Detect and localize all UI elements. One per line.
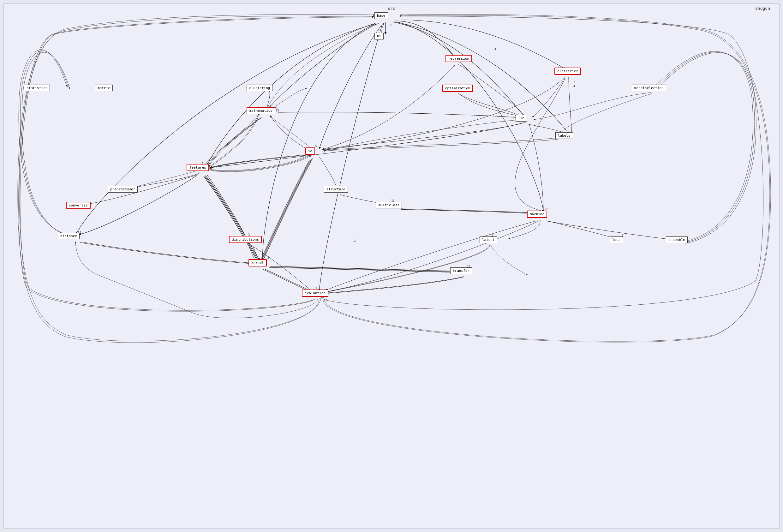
node-statistics[interactable]: statistics xyxy=(24,85,50,91)
node-modelselection[interactable]: modelselection xyxy=(632,85,666,91)
node-io[interactable]: io xyxy=(305,148,315,155)
node-multiclass[interactable]: multiclass xyxy=(376,202,402,208)
node-converter[interactable]: converter xyxy=(66,202,91,209)
svg-text:2: 2 xyxy=(390,24,392,27)
node-lib[interactable]: lib xyxy=(515,115,527,122)
node-regression[interactable]: regression xyxy=(445,55,472,62)
node-ui[interactable]: ui xyxy=(374,33,384,39)
node-classifier[interactable]: classifier xyxy=(555,68,581,75)
node-kernel[interactable]: kernel xyxy=(248,259,267,267)
node-transfer[interactable]: transfer xyxy=(450,268,472,274)
node-distance[interactable]: distance xyxy=(58,233,80,239)
node-latent[interactable]: latent xyxy=(479,237,497,243)
svg-text:6: 6 xyxy=(325,299,327,302)
svg-text:2: 2 xyxy=(268,256,269,259)
node-ensemble[interactable]: ensemble xyxy=(666,237,688,243)
svg-text:2: 2 xyxy=(354,239,355,243)
node-distributions[interactable]: distributions xyxy=(229,236,262,243)
graph-container: src shogun xyxy=(3,3,780,529)
node-structure[interactable]: structure xyxy=(324,186,348,193)
node-preprocessor[interactable]: preprocessor xyxy=(108,186,138,193)
node-clustering[interactable]: clustering xyxy=(247,85,273,91)
node-optimization[interactable]: optimization xyxy=(442,85,473,92)
svg-text:2: 2 xyxy=(573,81,575,84)
node-features[interactable]: features xyxy=(187,164,209,171)
svg-text:25: 25 xyxy=(276,109,279,112)
node-metric[interactable]: metric xyxy=(95,85,113,91)
svg-text:5: 5 xyxy=(315,145,317,148)
node-evaluation[interactable]: evaluation xyxy=(302,289,328,297)
node-mathematics[interactable]: mathematics xyxy=(247,107,275,114)
node-machine[interactable]: machine xyxy=(527,211,547,218)
dependency-graph: 2 4 2 4 2 15 125 25 5 5 17 1 28 2 2 2 13… xyxy=(3,3,780,529)
svg-text:4: 4 xyxy=(573,85,575,88)
node-base[interactable]: base xyxy=(374,12,388,19)
svg-text:4: 4 xyxy=(494,48,496,51)
node-loss[interactable]: loss xyxy=(610,237,623,243)
node-labels[interactable]: labels xyxy=(555,132,573,139)
